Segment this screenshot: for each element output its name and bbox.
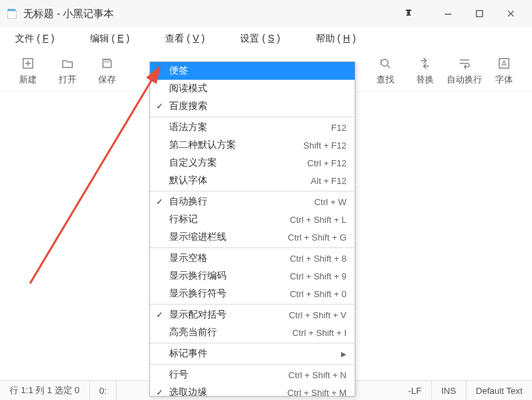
wrap-icon [457,56,472,71]
open-button[interactable]: 打开 [48,52,87,90]
status-zero: 0: [90,381,117,400]
menu-item-label: 显示换行符号 [169,288,290,300]
menu-item-label: 显示空格 [169,252,290,264]
view-menu-dropdown: 便签阅读模式✓百度搜索语法方案F12第二种默认方案Shift + F12自定义方… [149,61,355,397]
status-lang: Default Text [467,381,532,400]
maximize-button[interactable] [464,0,495,27]
menu-item[interactable]: 显示换行编码Ctrl + Shift + 9 [150,267,355,285]
titlebar: 无标题 - 小黑记事本 [0,0,532,27]
menu-edit[interactable]: 编辑 ( E ) [86,30,134,48]
find-button[interactable]: 查找 [366,52,405,90]
menu-item[interactable]: 高亮当前行Ctrl + Shift + I [150,324,355,341]
menu-item[interactable]: 显示空格Ctrl + Shift + 8 [150,249,355,267]
status-eol: -LF [398,381,432,400]
menu-item[interactable]: 便签 [150,62,355,80]
window-title: 无标题 - 小黑记事本 [23,7,393,20]
menu-item-label: 便签 [169,65,346,77]
menu-help[interactable]: 帮助 ( H ) [312,30,360,48]
menu-item[interactable]: 行号Ctrl + Shift + N [150,366,355,384]
save-disk-icon [100,56,115,71]
menu-item-label: 显示缩进栏线 [169,231,288,243]
menu-item[interactable]: ✓选取边缘Ctrl + Shift + M [150,384,355,397]
menu-item-label: 显示换行编码 [169,270,290,282]
menu-item-shortcut: Shift + F12 [304,140,346,151]
app-icon [5,7,18,20]
menu-item[interactable]: 显示缩进栏线Ctrl + Shift + G [150,228,355,246]
menu-view[interactable]: 查看 ( V ) [161,30,209,48]
menu-item-shortcut: Ctrl + Shift + 0 [290,289,346,299]
svg-rect-1 [445,14,452,15]
menu-item[interactable]: ✓自动换行Ctrl + W [150,193,355,211]
menu-item-shortcut: Ctrl + Shift + N [289,370,346,380]
replace-button[interactable]: 替换 [405,52,445,90]
menu-item-label: 自动换行 [169,196,314,208]
menu-item-label: 选取边缘 [169,386,287,397]
status-ins: INS [432,381,467,400]
menu-item-label: 显示配对括号 [169,309,289,321]
search-icon [378,56,393,71]
menu-settings[interactable]: 设置 ( S ) [236,30,284,48]
menu-item[interactable]: 标记事件▶ [150,345,355,363]
check-icon: ✓ [156,198,164,206]
svg-rect-0 [8,11,16,18]
menu-item-label: 百度搜索 [169,100,346,112]
minimize-button[interactable] [432,0,464,27]
menu-item-label: 行号 [169,369,289,381]
menu-item-label: 阅读模式 [169,82,346,95]
menu-item-label: 语法方案 [169,121,331,134]
menu-item-shortcut: Ctrl + Shift + 8 [290,253,346,264]
menu-item-label: 默认字体 [169,174,311,187]
menu-item[interactable]: 语法方案F12 [150,119,355,136]
menu-item-label: 高亮当前行 [169,326,293,339]
font-button[interactable]: A 字体 [484,52,524,90]
pin-icon[interactable] [393,0,424,27]
menu-item-shortcut: Ctrl + Shift + V [289,310,346,320]
close-button[interactable] [495,0,527,27]
status-position: 行 1:1 列 1 选定 0 [0,381,90,400]
svg-rect-2 [477,11,483,17]
menu-item[interactable]: 显示换行符号Ctrl + Shift + 0 [150,285,355,303]
new-button[interactable]: 新建 [8,52,48,90]
check-icon: ✓ [156,388,164,397]
menu-item-shortcut: Ctrl + Shift + L [290,215,346,225]
wrap-button[interactable]: 自动换行 [445,52,484,90]
svg-text:A: A [501,59,507,67]
menu-item[interactable]: 默认字体Alt + F12 [150,172,355,189]
check-icon: ✓ [156,311,164,319]
menu-item-label: 自定义方案 [169,157,308,169]
replace-icon [417,56,432,71]
menu-item[interactable]: 自定义方案Ctrl + F12 [150,154,355,172]
menu-item[interactable]: 行标记Ctrl + Shift + L [150,211,355,228]
menu-item-shortcut: Ctrl + F12 [308,158,346,168]
menubar: 文件 ( F ) 编辑 ( E ) 查看 ( V ) 设置 ( S ) 帮助 (… [0,27,532,50]
menu-item-shortcut: Ctrl + Shift + M [287,388,346,397]
menu-item-label: 第二种默认方案 [169,139,304,151]
menu-item-label: 行标记 [169,213,290,226]
new-file-icon [20,56,35,71]
menu-item[interactable]: 阅读模式 [150,80,355,97]
menu-item-shortcut: Ctrl + Shift + G [288,232,346,243]
menu-file[interactable]: 文件 ( F ) [11,30,59,48]
svg-point-5 [381,59,388,66]
save-button[interactable]: 保存 [87,52,127,90]
menu-item-shortcut: Ctrl + Shift + 9 [290,271,346,281]
submenu-arrow-icon: ▶ [341,350,346,358]
menu-item-label: 标记事件 [169,348,341,360]
check-icon: ✓ [156,102,164,110]
font-icon: A [497,56,512,71]
menu-item-shortcut: Ctrl + W [314,197,346,207]
menu-item[interactable]: ✓百度搜索 [150,97,355,115]
menu-item-shortcut: Ctrl + Shift + I [293,328,346,338]
menu-item[interactable]: ✓显示配对括号Ctrl + Shift + V [150,306,355,324]
menu-item[interactable]: 第二种默认方案Shift + F12 [150,136,355,154]
window-controls [432,0,527,27]
menu-item-shortcut: Alt + F12 [311,176,346,186]
open-folder-icon [60,56,75,71]
app-window: 无标题 - 小黑记事本 文件 ( F ) 编辑 ( E ) 查看 ( V ) 设… [0,0,532,400]
menu-item-shortcut: F12 [331,123,346,133]
